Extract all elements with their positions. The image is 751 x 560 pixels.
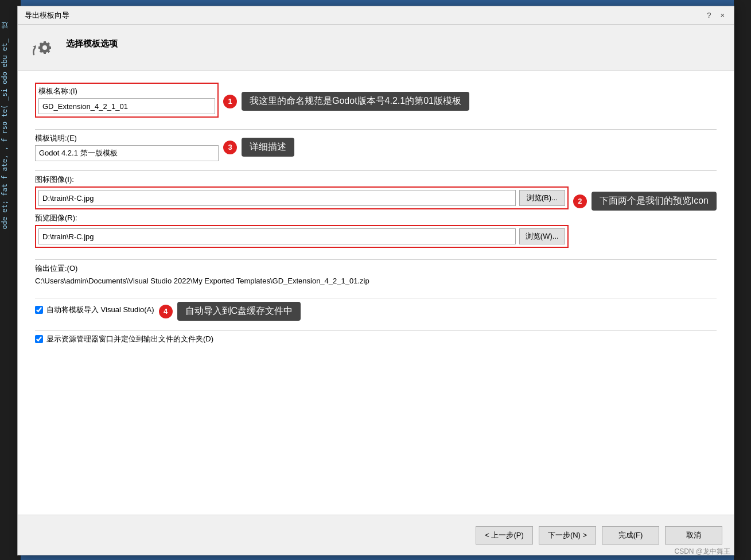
badge-4: 4: [159, 305, 173, 318]
icon-image-input[interactable]: [38, 190, 516, 206]
badge-3: 3: [223, 141, 237, 154]
output-location-label: 输出位置:(O): [35, 263, 717, 274]
preview-image-label: 预览图像(R):: [35, 213, 569, 223]
separator-3: [35, 259, 717, 260]
help-button[interactable]: ?: [705, 10, 713, 21]
output-location-value: C:\Users\admin\Documents\Visual Studio 2…: [35, 277, 717, 285]
template-name-highlight: 模板名称:(I): [35, 83, 219, 118]
icon-image-label: 图标图像(I):: [35, 174, 569, 185]
wizard-header: 选择模板选项: [18, 25, 734, 71]
show-folder-label[interactable]: 显示资源管理器窗口并定位到输出文件的文件夹(D): [46, 334, 213, 344]
show-folder-checkbox-row: 显示资源管理器窗口并定位到输出文件的文件夹(D): [35, 334, 717, 344]
wizard-body: 模板名称:(I) 1 我这里的命名规范是Godot版本号4.2.1的第01版模板…: [18, 71, 734, 515]
template-desc-annotation-row: 模板说明:(E) 3 详细描述: [35, 133, 717, 161]
auto-import-checkbox[interactable]: [35, 306, 43, 314]
tooltip-3: 详细描述: [242, 138, 294, 157]
preview-image-section: 预览图像(R): 浏览(W)...: [35, 213, 569, 248]
separator-1: [35, 129, 717, 130]
dialog-title: 导出模板向导: [25, 10, 69, 21]
show-folder-checkbox[interactable]: [35, 335, 43, 343]
icon-image-row-highlight: 浏览(B)...: [35, 186, 569, 209]
wizard-gear-icon: [29, 34, 57, 65]
badge-2: 2: [573, 195, 587, 208]
preview-image-row-highlight: 浏览(W)...: [35, 225, 569, 248]
auto-import-annotation-row: 自动将模板导入 Visual Studio(A) 4 自动导入到C盘缓存文件中: [35, 302, 717, 321]
auto-import-checkbox-row: 自动将模板导入 Visual Studio(A): [35, 305, 154, 315]
annotation-1: 1 我这里的命名规范是Godot版本号4.2.1的第01版模板: [223, 92, 469, 111]
template-name-annotation-row: 模板名称:(I) 1 我这里的命名规范是Godot版本号4.2.1的第01版模板: [35, 83, 717, 120]
export-template-dialog: 导出模板向导 ? × 选择模板选项 模板名称:(I): [17, 6, 734, 555]
tooltip-2: 下面两个是我们的预览Icon: [592, 192, 717, 211]
template-name-section: 模板名称:(I): [35, 83, 219, 120]
template-desc-section: 模板说明:(E): [35, 133, 219, 161]
annotation-2: 2 下面两个是我们的预览Icon: [573, 192, 717, 211]
icon-image-annotation-row: 图标图像(I): 浏览(B)... 预览图像(R): 浏览(W)... 2 下面…: [35, 174, 717, 250]
browse-preview-button[interactable]: 浏览(W)...: [519, 228, 565, 244]
icon-image-section: 图标图像(I): 浏览(B)... 预览图像(R): 浏览(W)...: [35, 174, 569, 250]
tooltip-4: 自动导入到C盘缓存文件中: [177, 302, 301, 321]
annotation-4: 4 自动导入到C盘缓存文件中: [159, 302, 301, 321]
output-location-group: 输出位置:(O) C:\Users\admin\Documents\Visual…: [35, 263, 717, 290]
wizard-header-title: 选择模板选项: [66, 38, 118, 49]
template-desc-label: 模板说明:(E): [35, 133, 219, 143]
title-bar: 导出模板向导 ? ×: [18, 6, 734, 25]
auto-import-section: 自动将模板导入 Visual Studio(A): [35, 305, 154, 318]
separator-4: [35, 298, 717, 298]
template-desc-input[interactable]: [35, 145, 219, 161]
tooltip-1: 我这里的命名规范是Godot版本号4.2.1的第01版模板: [242, 92, 469, 111]
finish-button[interactable]: 完成(F): [602, 526, 659, 545]
template-name-input[interactable]: [38, 98, 215, 114]
template-name-label: 模板名称:(I): [38, 86, 215, 96]
cancel-button[interactable]: 取消: [665, 526, 722, 545]
auto-import-label[interactable]: 自动将模板导入 Visual Studio(A): [46, 305, 154, 315]
wizard-footer: < 上一步(P) 下一步(N) > 完成(F) 取消: [18, 515, 734, 555]
title-controls: ? ×: [705, 10, 727, 21]
annotation-3: 3 详细描述: [223, 138, 294, 157]
prev-button[interactable]: < 上一步(P): [476, 526, 533, 545]
csdn-watermark: CSDN @龙中舞王: [674, 547, 730, 557]
badge-1: 1: [223, 95, 237, 108]
next-button[interactable]: 下一步(N) >: [539, 526, 596, 545]
editor-code-hint: ode et; fat f ate, , f rso te( _si odo e…: [0, 34, 10, 230]
close-button[interactable]: ×: [718, 10, 727, 21]
browse-icon-button[interactable]: 浏览(B)...: [519, 190, 565, 206]
editor-right-sidebar: [734, 0, 751, 560]
preview-image-input[interactable]: [38, 228, 516, 244]
separator-2: [35, 170, 717, 171]
separator-5: [35, 330, 717, 330]
